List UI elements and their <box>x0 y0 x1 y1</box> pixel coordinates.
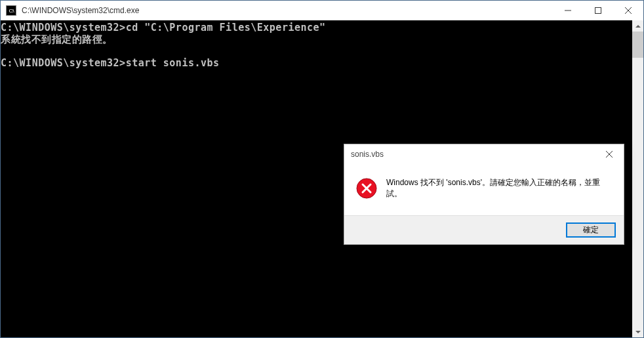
scroll-thumb[interactable] <box>632 32 643 58</box>
dialog-titlebar: sonis.vbs <box>344 144 624 164</box>
cmd-input-line: cd "C:\Program Files\Experience" <box>126 22 326 33</box>
scroll-track[interactable] <box>632 32 643 326</box>
cmd-title: C:\WINDOWS\system32\cmd.exe <box>20 6 553 15</box>
cmd-titlebar: C:\ C:\WINDOWS\system32\cmd.exe <box>1 1 643 20</box>
dialog-footer: 確定 <box>344 215 624 244</box>
cmd-output-line: 系統找不到指定的路徑。 <box>1 33 113 45</box>
dialog-body: Windows 找不到 'sonis.vbs'。請確定您輸入正確的名稱，並重試。 <box>344 164 624 215</box>
svg-marker-4 <box>635 25 641 28</box>
ok-button[interactable]: 確定 <box>566 222 616 238</box>
prompt: C:\WINDOWS\system32> <box>1 57 126 69</box>
minimize-button[interactable] <box>553 1 583 20</box>
dialog-message: Windows 找不到 'sonis.vbs'。請確定您輸入正確的名稱，並重試。 <box>386 177 612 200</box>
close-button[interactable] <box>613 1 643 20</box>
error-dialog: sonis.vbs Windows 找不到 'sonis.vbs'。請確定您輸入… <box>344 144 624 245</box>
prompt: C:\WINDOWS\system32> <box>1 22 126 33</box>
cmd-icon: C:\ <box>6 5 16 16</box>
svg-marker-5 <box>635 331 641 333</box>
svg-rect-1 <box>595 8 601 14</box>
dialog-close-button[interactable] <box>594 144 624 164</box>
scroll-up-button[interactable] <box>632 20 643 32</box>
maximize-button[interactable] <box>583 1 613 20</box>
scrollbar[interactable] <box>632 20 643 337</box>
error-icon <box>356 178 377 199</box>
window-controls <box>553 1 643 20</box>
scroll-down-button[interactable] <box>632 326 643 337</box>
dialog-title: sonis.vbs <box>351 150 594 159</box>
cmd-input-line: start sonis.vbs <box>126 57 220 69</box>
